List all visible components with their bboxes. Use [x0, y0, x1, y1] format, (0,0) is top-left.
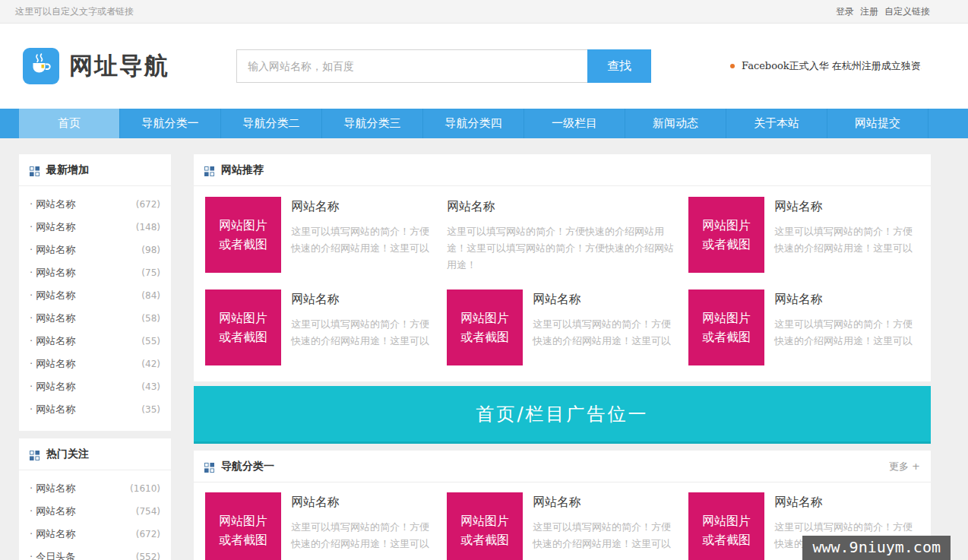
main-content: 网站推荐 网站图片 或者截图 网站名称 这里可以填写网站的简介！方便快速的介绍网…	[194, 154, 931, 560]
site-name[interactable]: 网站名称	[291, 495, 434, 511]
site-name[interactable]: 网站名称	[774, 199, 917, 215]
site-logo[interactable]	[23, 48, 59, 84]
site-name[interactable]: 网站名称	[774, 495, 917, 511]
ad-banner[interactable]: 首页/栏目广告位一	[194, 386, 931, 444]
site-thumbnail[interactable]: 网站图片 或者截图	[205, 492, 281, 560]
site-name[interactable]: 网站名称	[291, 292, 434, 308]
list-item[interactable]: 网站名称 (43)	[19, 375, 171, 398]
main-nav: 首页 导航分类一 导航分类二 导航分类三 导航分类四 一级栏目 新闻动态 关于本…	[0, 109, 968, 138]
list-item[interactable]: 网站名称 (58)	[19, 307, 171, 330]
item-count: (672)	[136, 529, 160, 539]
ticker-headline[interactable]: Facebook正式入华 在杭州注册成立独资…	[742, 59, 922, 73]
nav-item-category-4[interactable]: 导航分类四	[423, 109, 524, 138]
list-item[interactable]: 网站名称 (35)	[19, 398, 171, 421]
list-item[interactable]: 网站名称 (75)	[19, 261, 171, 284]
topbar-custom-text[interactable]: 这里可以自定义文字或者链接	[15, 5, 134, 18]
site-thumbnail[interactable]: 网站图片 或者截图	[205, 289, 281, 365]
list-item[interactable]: 网站名称 (42)	[19, 353, 171, 375]
search-button[interactable]: 查找	[587, 49, 651, 83]
site-card[interactable]: 网站图片 或者截图 网站名称 这里可以填写网站的简介！方便快速的介绍网站用途！这…	[205, 289, 447, 365]
recommend-panel: 网站推荐 网站图片 或者截图 网站名称 这里可以填写网站的简介！方便快速的介绍网…	[194, 154, 931, 381]
site-thumbnail[interactable]: 网站图片 或者截图	[688, 492, 764, 560]
site-description: 这里可以填写网站的简介！方便快速的介绍网站用途！这里可以	[533, 519, 675, 552]
topbar: 这里可以自定义文字或者链接 登录 注册 自定义链接	[0, 0, 968, 24]
list-item[interactable]: 网站名称 (98)	[19, 239, 171, 261]
section-title: 导航分类一	[221, 460, 274, 473]
item-count: (84)	[141, 290, 160, 301]
list-item[interactable]: 网站名称 (754)	[19, 500, 171, 523]
section-title: 网站推荐	[221, 163, 264, 177]
nav-item-category-2[interactable]: 导航分类二	[221, 109, 322, 138]
list-item[interactable]: 网站名称 (148)	[19, 216, 171, 239]
item-count: (55)	[141, 336, 160, 346]
site-card[interactable]: 网站图片 或者截图 网站名称 这里可以填写网站的简介！方便快速的介绍网站用途！这…	[205, 197, 447, 274]
list-item[interactable]: 网站名称 (1610)	[19, 477, 171, 500]
section-title: 最新增加	[46, 163, 89, 177]
ticker-bullet-icon	[730, 64, 735, 68]
item-count: (754)	[136, 506, 160, 517]
watermark: www.9niuym.com	[802, 536, 951, 560]
item-count: (58)	[141, 313, 160, 324]
site-thumbnail[interactable]: 网站图片 或者截图	[447, 289, 523, 365]
site-title[interactable]: 网址导航	[69, 50, 169, 82]
site-name[interactable]: 网站名称	[533, 495, 675, 511]
register-link[interactable]: 注册	[860, 5, 878, 18]
site-name[interactable]: 网站名称	[447, 199, 676, 215]
item-count: (148)	[136, 222, 160, 233]
custom-link[interactable]: 自定义链接	[884, 5, 930, 18]
header: 网址导航 查找 Facebook正式入华 在杭州注册成立独资…	[0, 24, 968, 109]
coffee-cup-icon	[29, 52, 53, 80]
site-card[interactable]: 网站图片 或者截图 网站名称 这里可以填写网站的简介！方便快速的介绍网站用途！这…	[447, 492, 688, 560]
site-card[interactable]: 网站图片 或者截图 网站名称 这里可以填写网站的简介！方便快速的介绍网站用途！这…	[205, 492, 447, 560]
search-bar: 查找	[236, 49, 651, 83]
site-thumbnail[interactable]: 网站图片 或者截图	[447, 492, 523, 560]
site-description: 这里可以填写网站的简介！方便快速的介绍网站用途！这里可以	[291, 519, 434, 552]
news-ticker[interactable]: Facebook正式入华 在杭州注册成立独资…	[730, 59, 922, 73]
site-card[interactable]: 网站图片 或者截图 网站名称 这里可以填写网站的简介！方便快速的介绍网站用途！这…	[688, 289, 930, 365]
grid-icon	[30, 449, 40, 459]
nav-item-category-3[interactable]: 导航分类三	[322, 109, 423, 138]
site-description: 这里可以填写网站的简介！方便快速的介绍网站用途！这里可以	[774, 223, 917, 257]
nav-item-home[interactable]: 首页	[19, 109, 120, 138]
nav-item-category-1[interactable]: 导航分类一	[120, 109, 221, 138]
list-item[interactable]: 网站名称 (672)	[19, 193, 171, 216]
nav-item-about[interactable]: 关于本站	[726, 109, 827, 138]
site-card[interactable]: 网站图片 或者截图 网站名称 这里可以填写网站的简介！方便快速的介绍网站用途！这…	[688, 197, 930, 274]
hot-follow-panel: 热门关注 网站名称 (1610) 网站名称 (754) 网站名称 (672) 今…	[19, 438, 171, 560]
grid-icon	[30, 165, 40, 175]
item-count: (43)	[141, 381, 160, 392]
grid-icon	[204, 461, 214, 471]
nav-item-level1[interactable]: 一级栏目	[524, 109, 625, 138]
search-input[interactable]	[236, 49, 587, 83]
nav-item-news[interactable]: 新闻动态	[625, 109, 726, 138]
more-link[interactable]: 更多 +	[889, 460, 920, 473]
site-name[interactable]: 网站名称	[774, 292, 917, 308]
list-item[interactable]: 网站名称 (672)	[19, 523, 171, 546]
site-name[interactable]: 网站名称	[533, 292, 675, 308]
item-count: (98)	[141, 245, 160, 255]
item-count: (672)	[136, 199, 160, 210]
site-description: 这里可以填写网站的简介！方便快速的介绍网站用途！这里可以	[291, 223, 434, 257]
latest-added-panel: 最新增加 网站名称 (672) 网站名称 (148) 网站名称 (98) 网站名…	[19, 154, 171, 431]
site-description: 这里可以填写网站的简介！方便快速的介绍网站用途！这里可以填写网站的简介！方便快速…	[447, 223, 676, 274]
grid-icon	[204, 165, 214, 175]
site-description: 这里可以填写网站的简介！方便快速的介绍网站用途！这里可以	[774, 316, 917, 350]
item-count: (552)	[136, 552, 160, 560]
item-count: (75)	[141, 267, 160, 278]
list-item[interactable]: 网站名称 (84)	[19, 284, 171, 307]
list-item[interactable]: 今日头条 (552)	[19, 546, 171, 560]
sidebar: 最新增加 网站名称 (672) 网站名称 (148) 网站名称 (98) 网站名…	[19, 154, 171, 560]
site-thumbnail[interactable]: 网站图片 或者截图	[688, 197, 764, 273]
item-count: (35)	[141, 404, 160, 415]
item-count: (42)	[141, 359, 160, 369]
site-card[interactable]: 网站名称 这里可以填写网站的简介！方便快速的介绍网站用途！这里可以填写网站的简介…	[447, 197, 688, 274]
list-item[interactable]: 网站名称 (55)	[19, 330, 171, 353]
login-link[interactable]: 登录	[836, 5, 854, 18]
site-description: 这里可以填写网站的简介！方便快速的介绍网站用途！这里可以	[291, 316, 434, 350]
site-thumbnail[interactable]: 网站图片 或者截图	[688, 289, 764, 365]
site-card[interactable]: 网站图片 或者截图 网站名称 这里可以填写网站的简介！方便快速的介绍网站用途！这…	[447, 289, 688, 365]
site-thumbnail[interactable]: 网站图片 或者截图	[205, 197, 281, 273]
topbar-links: 登录 注册 自定义链接	[836, 5, 930, 18]
site-name[interactable]: 网站名称	[291, 199, 434, 215]
nav-item-submit[interactable]: 网站提交	[827, 109, 928, 138]
